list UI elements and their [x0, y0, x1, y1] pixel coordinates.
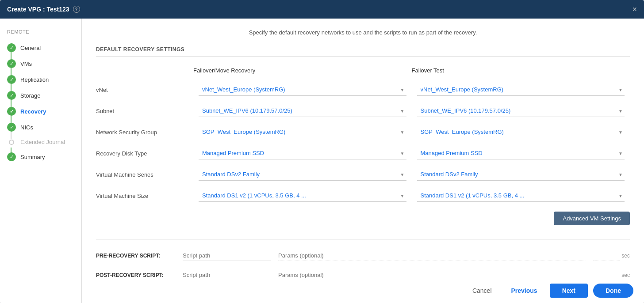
- pre-recovery-row: PRE-RECOVERY SCRIPT: 300 sec: [96, 250, 630, 261]
- page-subtitle: Specify the default recovery networks to…: [96, 29, 630, 36]
- select-nsg-test[interactable]: SGP_West_Europe (SystemRG): [417, 126, 625, 138]
- pre-recovery-sec-wrapper: 300 sec: [593, 250, 630, 261]
- done-button[interactable]: Done: [593, 284, 633, 298]
- post-recovery-label: POST-RECOVERY SCRIPT:: [96, 272, 176, 278]
- sidebar-item-nics[interactable]: ✓ NICs: [0, 119, 81, 135]
- main-content: Specify the default recovery networks to…: [82, 19, 644, 303]
- dialog-header: Create VPG : Test123 ? ×: [0, 0, 644, 19]
- cell-subnet-failover: Subnet_WE_IPV6 (10.179.57.0/25) ▼: [193, 102, 412, 120]
- sidebar-label-nics: NICs: [20, 124, 33, 131]
- section-title: DEFAULT RECOVERY SETTINGS: [96, 46, 630, 57]
- select-vnet-failover[interactable]: vNet_West_Europe (SystemRG): [199, 83, 406, 96]
- post-recovery-sec-input[interactable]: 300: [593, 270, 620, 278]
- cell-vm-size-failover: Standard DS1 v2 (1 vCPUs, 3.5 GB, 4 ... …: [193, 187, 412, 205]
- scripts-section: PRE-RECOVERY SCRIPT: 300 sec POST-RECOVE…: [96, 239, 630, 278]
- sidebar-item-recovery[interactable]: ✓ Recovery: [0, 103, 81, 119]
- next-button[interactable]: Next: [550, 284, 588, 298]
- step-icon-storage: ✓: [7, 91, 16, 100]
- label-nsg: Network Security Group: [96, 125, 193, 140]
- step-icon-general: ✓: [7, 43, 16, 52]
- cell-vnet-test: vNet_West_Europe (SystemRG) ▼: [412, 81, 630, 98]
- select-subnet-failover[interactable]: Subnet_WE_IPV6 (10.179.57.0/25): [199, 105, 406, 117]
- label-disk-type: Recovery Disk Type: [96, 146, 193, 161]
- pre-recovery-label: PRE-RECOVERY SCRIPT:: [96, 253, 176, 259]
- sidebar: Remote ✓ General ✓ VMs ✓ Replication: [0, 19, 82, 303]
- cell-disk-failover: Managed Premium SSD ▼: [193, 144, 412, 162]
- label-subnet: Subnet: [96, 103, 193, 119]
- select-vnet-test[interactable]: vNet_West_Europe (SystemRG): [417, 83, 625, 96]
- sidebar-label-vms: VMs: [20, 61, 32, 67]
- select-disk-test[interactable]: Managed Premium SSD: [417, 147, 625, 159]
- advanced-vm-settings-button[interactable]: Advanced VM Settings: [554, 212, 630, 225]
- step-icon-summary: ✓: [7, 152, 16, 161]
- post-recovery-row: POST-RECOVERY SCRIPT: 300 sec: [96, 270, 630, 278]
- cell-nsg-test: SGP_West_Europe (SystemRG) ▼: [412, 123, 630, 141]
- title-text: Create VPG : Test123: [7, 6, 69, 13]
- step-icon-extended-journal: [9, 140, 14, 145]
- post-recovery-script-input[interactable]: [183, 270, 271, 278]
- cell-vm-series-test: Standard DSv2 Family ▼: [412, 166, 630, 183]
- sidebar-label-extended-journal: Extended Journal: [20, 139, 65, 145]
- select-vm-series-test[interactable]: Standard DSv2 Family: [417, 168, 625, 181]
- sidebar-label-recovery: Recovery: [20, 108, 46, 115]
- cell-subnet-test: Subnet_WE_IPV6 (10.179.57.0/25) ▼: [412, 102, 630, 120]
- cell-vm-series-failover: Standard DSv2 Family ▼: [193, 166, 412, 183]
- pre-recovery-script-input[interactable]: [183, 250, 271, 261]
- dialog-body: Remote ✓ General ✓ VMs ✓ Replication: [0, 19, 644, 303]
- select-vm-series-failover[interactable]: Standard DSv2 Family: [199, 168, 406, 181]
- content-area: Specify the default recovery networks to…: [82, 19, 644, 278]
- sidebar-label-storage: Storage: [20, 92, 41, 99]
- cell-vnet-failover: vNet_West_Europe (SystemRG) ▼: [193, 81, 412, 98]
- create-vpg-dialog: Create VPG : Test123 ? × Remote ✓ Genera…: [0, 0, 644, 303]
- pre-recovery-params-input[interactable]: [278, 250, 586, 261]
- cell-nsg-failover: SGP_West_Europe (SystemRG) ▼: [193, 123, 412, 141]
- close-button[interactable]: ×: [632, 5, 637, 13]
- previous-button[interactable]: Previous: [504, 284, 544, 298]
- post-recovery-params-input[interactable]: [278, 270, 586, 278]
- label-vm-series: Virtual Machine Series: [96, 167, 193, 182]
- sidebar-item-summary[interactable]: ✓ Summary: [0, 149, 81, 165]
- sidebar-section-label: Remote: [0, 27, 81, 36]
- post-recovery-sec-wrapper: 300 sec: [593, 270, 630, 278]
- sidebar-label-summary: Summary: [20, 154, 45, 160]
- sidebar-item-replication[interactable]: ✓ Replication: [0, 72, 81, 87]
- step-icon-vms: ✓: [7, 59, 16, 68]
- pre-recovery-sec-label: sec: [621, 253, 630, 259]
- sidebar-item-vms[interactable]: ✓ VMs: [0, 56, 81, 72]
- step-icon-recovery: ✓: [7, 107, 16, 116]
- cancel-button[interactable]: Cancel: [465, 284, 499, 298]
- col-header-failover: Failover/Move Recovery: [193, 64, 412, 79]
- sidebar-item-extended-journal[interactable]: Extended Journal: [0, 135, 81, 149]
- select-subnet-test[interactable]: Subnet_WE_IPV6 (10.179.57.0/25): [417, 105, 625, 117]
- select-vm-size-failover[interactable]: Standard DS1 v2 (1 vCPUs, 3.5 GB, 4 ...: [199, 189, 406, 202]
- dialog-footer: Cancel Previous Next Done: [82, 278, 644, 303]
- step-icon-replication: ✓: [7, 75, 16, 84]
- col-header-test: Failover Test: [412, 64, 630, 79]
- select-nsg-failover[interactable]: SGP_West_Europe (SystemRG): [199, 126, 406, 138]
- sidebar-item-storage[interactable]: ✓ Storage: [0, 87, 81, 103]
- pre-recovery-sec-input[interactable]: 300: [593, 250, 620, 261]
- select-disk-failover[interactable]: Managed Premium SSD: [199, 147, 406, 159]
- select-vm-size-test[interactable]: Standard DS1 v2 (1 vCPUs, 3.5 GB, 4 ...: [417, 189, 625, 202]
- sidebar-label-replication: Replication: [20, 76, 49, 83]
- sidebar-item-general[interactable]: ✓ General: [0, 40, 81, 56]
- sidebar-label-general: General: [20, 45, 41, 51]
- help-icon[interactable]: ?: [73, 6, 80, 13]
- post-recovery-sec-label: sec: [621, 272, 630, 278]
- label-vm-size: Virtual Machine Size: [96, 188, 193, 204]
- cell-vm-size-test: Standard DS1 v2 (1 vCPUs, 3.5 GB, 4 ... …: [412, 187, 630, 205]
- step-icon-nics: ✓: [7, 123, 16, 132]
- dialog-title: Create VPG : Test123 ?: [7, 6, 80, 13]
- cell-disk-test: Managed Premium SSD ▼: [412, 144, 630, 162]
- label-vnet: vNet: [96, 82, 193, 98]
